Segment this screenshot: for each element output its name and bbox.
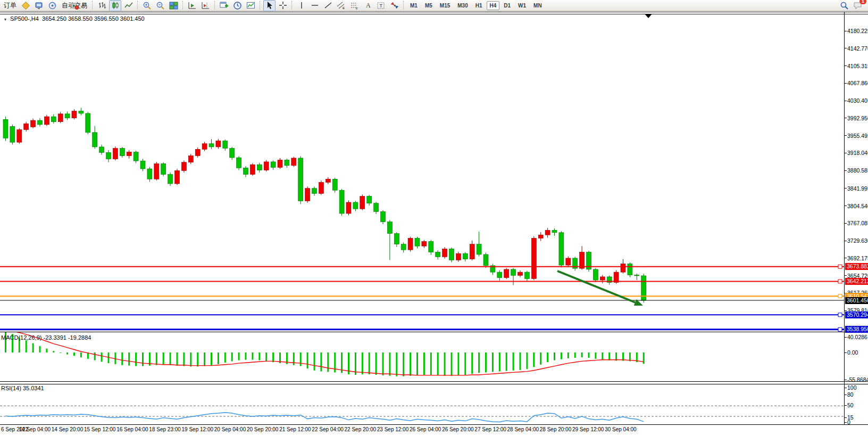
svg-text:A: A bbox=[366, 2, 371, 9]
zoom-in-icon[interactable] bbox=[141, 0, 153, 11]
hline-handle[interactable] bbox=[838, 280, 842, 283]
timeframe-mn[interactable]: MN bbox=[530, 1, 545, 10]
line-chart-icon[interactable] bbox=[122, 0, 135, 11]
timeframe-h4[interactable]: H4 bbox=[487, 1, 500, 10]
hline-handle[interactable] bbox=[838, 313, 842, 317]
candle-down bbox=[449, 249, 454, 260]
candle-up bbox=[408, 238, 413, 250]
text-icon[interactable]: A bbox=[362, 0, 374, 11]
main-toolbar: 订单 自动交易 bbox=[0, 0, 868, 11]
price-tick-mark bbox=[845, 135, 847, 136]
candle-down bbox=[133, 152, 138, 161]
price-tick-label: 3729.630 bbox=[847, 237, 868, 244]
market-watch-icon[interactable] bbox=[33, 0, 45, 11]
rsi-tick-mark bbox=[845, 388, 847, 388]
timeframe-h1[interactable]: H1 bbox=[472, 1, 486, 10]
signal-icon[interactable] bbox=[46, 0, 59, 11]
autotrading-button[interactable]: 自动交易 bbox=[60, 0, 89, 11]
hline-handle[interactable] bbox=[838, 265, 842, 268]
candlestick-chart-icon[interactable] bbox=[109, 0, 121, 11]
price-tick-mark bbox=[845, 223, 847, 224]
periods-button[interactable]: ▾ bbox=[231, 0, 244, 11]
price-tick-mark bbox=[845, 258, 847, 258]
bar-chart-icon[interactable] bbox=[96, 0, 108, 11]
chart-window: ▾ SP500-,H4 3654.250 3658.550 3596.550 3… bbox=[0, 11, 868, 435]
macd-label: MACD(12,26,9) -23.3391 -19.2884 bbox=[1, 334, 91, 341]
time-axis[interactable]: 6 Sep 202214 Sep 04:0014 Sep 20:0015 Sep… bbox=[0, 426, 844, 435]
templates-button[interactable]: ▾ bbox=[245, 0, 257, 11]
main-price-pane[interactable] bbox=[0, 12, 844, 332]
candle-up bbox=[58, 114, 63, 122]
candle-down bbox=[168, 175, 173, 184]
vertical-line-icon[interactable] bbox=[295, 0, 307, 11]
candle-down bbox=[99, 147, 104, 152]
candle-down bbox=[635, 275, 639, 276]
equidistant-channel-icon[interactable]: E bbox=[335, 0, 347, 11]
candle-down bbox=[86, 113, 90, 133]
chat-icon[interactable]: 1 bbox=[852, 0, 864, 11]
macd-pane[interactable] bbox=[0, 332, 844, 381]
time-label: 14 Sep 20:00 bbox=[50, 426, 85, 432]
candle-down bbox=[374, 203, 379, 212]
candle-down bbox=[140, 161, 145, 169]
zoom-out-icon[interactable] bbox=[154, 0, 166, 11]
candle-down bbox=[524, 272, 529, 278]
candle-down bbox=[120, 149, 124, 156]
candle-up bbox=[470, 244, 474, 259]
chart-shift-icon[interactable] bbox=[199, 0, 212, 11]
rsi-tick-mark bbox=[845, 422, 847, 423]
crosshair-icon[interactable] bbox=[277, 0, 289, 11]
price-tick-label: 4142.770 bbox=[847, 45, 868, 52]
candle-down bbox=[429, 241, 433, 252]
hline-handle[interactable] bbox=[838, 294, 842, 298]
trendline-icon[interactable] bbox=[322, 0, 334, 11]
price-tick-mark bbox=[845, 48, 847, 48]
chart-shift-marker[interactable] bbox=[645, 14, 652, 18]
candle-down bbox=[230, 149, 235, 158]
time-label: 18 Sep 23:00 bbox=[147, 426, 182, 432]
rsi-pane[interactable] bbox=[0, 383, 844, 424]
candle-down bbox=[38, 120, 43, 125]
text-label-icon[interactable]: T bbox=[375, 0, 387, 11]
order-icon[interactable] bbox=[20, 0, 32, 11]
price-tick-label: 4105.315 bbox=[847, 63, 868, 69]
macd-tick-mark bbox=[845, 380, 847, 380]
candle-down bbox=[477, 244, 481, 255]
timeframe-m1[interactable]: M1 bbox=[407, 1, 421, 10]
fibonacci-icon[interactable]: F bbox=[348, 0, 361, 11]
candle-up bbox=[44, 117, 49, 125]
timeframe-d1[interactable]: D1 bbox=[500, 1, 514, 10]
time-label: 26 Sep 04:00 bbox=[408, 426, 443, 432]
new-order-button[interactable]: 订单 bbox=[2, 0, 19, 11]
auto-scroll-icon[interactable] bbox=[186, 0, 198, 11]
candle-up bbox=[456, 253, 461, 260]
candle-up bbox=[264, 162, 269, 170]
horizontal-line-icon[interactable] bbox=[308, 0, 321, 11]
price-axis[interactable]: 4180.2254142.7704105.3154067.8604030.405… bbox=[844, 12, 868, 424]
rsi-tick-label: 80 bbox=[847, 391, 854, 398]
candle-down bbox=[552, 230, 557, 232]
price-tick-label: 3841.995 bbox=[847, 185, 868, 192]
new-chart-button[interactable]: ▾ bbox=[218, 0, 230, 11]
price-tick-mark bbox=[845, 83, 847, 84]
time-label: 16 Sep 04:00 bbox=[115, 426, 150, 432]
rsi-line bbox=[6, 413, 644, 422]
timeframe-m15[interactable]: M15 bbox=[437, 1, 453, 10]
cursor-icon[interactable] bbox=[263, 0, 276, 11]
time-label: 30 Sep 04:00 bbox=[603, 426, 638, 432]
time-label: 15 Sep 12:00 bbox=[82, 426, 118, 432]
arrows-button[interactable]: ▾ bbox=[388, 0, 400, 11]
timeframe-m30[interactable]: M30 bbox=[454, 1, 471, 10]
hline-handle[interactable] bbox=[838, 327, 842, 331]
candle-down bbox=[463, 253, 468, 259]
candle-down bbox=[147, 169, 152, 179]
price-tick-mark bbox=[845, 188, 847, 188]
search-icon[interactable] bbox=[838, 0, 850, 11]
time-label: 23 Sep 12:00 bbox=[375, 426, 411, 432]
timeframe-m5[interactable]: M5 bbox=[422, 1, 436, 10]
candle-down bbox=[387, 222, 392, 234]
candle-up bbox=[545, 230, 550, 235]
candle-up bbox=[600, 277, 605, 280]
timeframe-w1[interactable]: W1 bbox=[515, 1, 529, 10]
tile-windows-icon[interactable] bbox=[168, 0, 180, 11]
